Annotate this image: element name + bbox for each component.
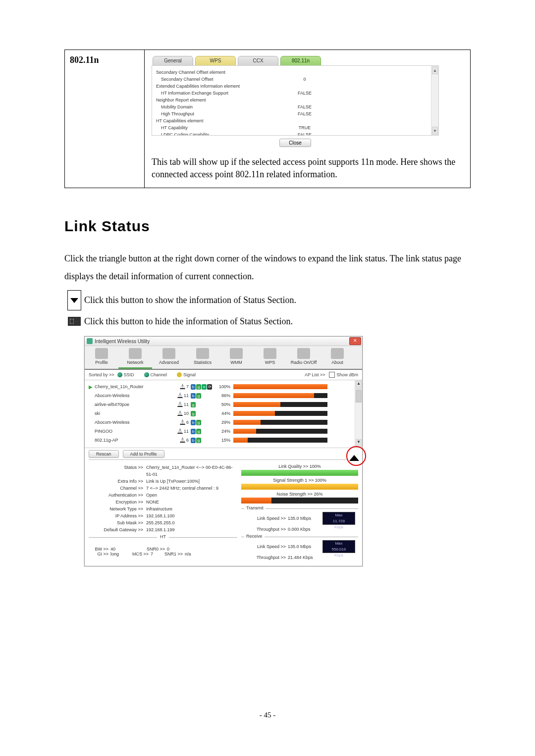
tab-ccx[interactable]: CCX	[238, 56, 278, 66]
scrollbar[interactable]: ▲ ▼	[355, 380, 362, 448]
close-button[interactable]: Close	[279, 139, 311, 147]
section-label: 802.11n	[65, 50, 145, 188]
status-row: Extra Info >>Link is Up [TxPower:100%]	[89, 478, 237, 485]
scrollbar[interactable]: ▲ ▼	[431, 66, 438, 135]
window-close-icon[interactable]: ✕	[349, 337, 361, 345]
info-row: Neighbor Report element	[156, 97, 434, 103]
info-row: LDPC Coding CapabilityFALSE	[156, 131, 434, 136]
sort-bar: Sorted by >> SSID Channel Signal AP List…	[85, 370, 362, 380]
info-row: HT Information Exchange SupportFALSE	[156, 90, 434, 97]
expand-down-icon	[64, 290, 84, 310]
ap-row[interactable]: ▶Cherry_test_11n_Router⏅7bgn⟳100%	[89, 382, 354, 391]
highlight-circle	[346, 446, 366, 466]
sort-channel[interactable]: Channel	[144, 372, 167, 377]
tab-radio-on-off[interactable]: Radio On/Off	[287, 346, 321, 369]
utility-window: Intelligent Wireless Utility ✕ ProfileNe…	[84, 336, 363, 566]
n-body: Secondary Channel Offset elementSecondar…	[152, 65, 439, 136]
info-row: Secondary Channel Offset element	[156, 69, 434, 76]
collapse-icon	[64, 317, 84, 326]
sorted-by-label: Sorted by >>	[89, 372, 114, 377]
page-footer: - 45 -	[0, 711, 535, 719]
status-row: Status >>Cherry_test_11n_Router <--> 00-…	[89, 464, 237, 478]
scroll-up-icon[interactable]: ▲	[432, 66, 438, 74]
status-row: IP Address >>192.168.1.100	[89, 512, 237, 519]
add-to-profile-button[interactable]: Add to Profile	[123, 450, 164, 458]
app-icon	[87, 338, 93, 344]
tab-80211n[interactable]: 802.11n	[280, 56, 321, 66]
tab-about[interactable]: About	[321, 346, 354, 369]
noise-strength-meter: Noise Strength >> 26%	[241, 492, 358, 504]
ap-row[interactable]: PINGOO⏅11bg24%	[89, 427, 354, 436]
section-80211n: 802.11n General WPS CCX 802.11n Secondar…	[64, 50, 471, 188]
status-row: Channel >>7 <--> 2442 MHz; central chann…	[89, 485, 237, 492]
ap-row[interactable]: Abocom-Wireless⏅6bg29%	[89, 418, 354, 427]
scroll-down-icon[interactable]: ▼	[432, 127, 438, 135]
bullet-show: Click this button to show the informatio…	[64, 290, 471, 310]
status-row: Sub Mask >>255.255.255.0	[89, 519, 237, 526]
status-panel: Status >>Cherry_test_11n_Router <--> 00-…	[85, 460, 362, 566]
button-bar: Rescan Add to Profile	[85, 448, 362, 460]
ap-row[interactable]: airlive-wl5470poe⏅11g50%	[89, 400, 354, 409]
link-quality-meter: Link Quality >> 100%	[241, 464, 358, 476]
n-tabs: General WPS CCX 802.11n	[152, 55, 439, 66]
tx-max-box: Max11.728Kbps	[322, 512, 355, 525]
sort-signal[interactable]: Signal	[177, 372, 196, 377]
show-dbm[interactable]: Show dBm	[329, 372, 358, 378]
info-row: Mobility DomainFALSE	[156, 103, 434, 110]
tab-general[interactable]: General	[153, 56, 193, 66]
ht-separator: HT	[89, 537, 237, 543]
tab-profile[interactable]: Profile	[85, 346, 118, 369]
ap-list-label: AP List >>	[305, 372, 325, 377]
info-row: HT CapabilityTRUE	[156, 124, 434, 131]
heading-link-status: Link Status	[64, 218, 471, 235]
tab-wps[interactable]: WPS	[195, 56, 236, 66]
status-row: Authentication >>Open	[89, 492, 237, 499]
signal-strength-meter: Signal Strength 1 >> 100%	[241, 478, 358, 490]
info-row: HT Capabilities element	[156, 117, 434, 124]
window-titlebar: Intelligent Wireless Utility ✕	[85, 337, 362, 346]
info-row: Extended Capabilities Information elemen…	[156, 83, 434, 90]
tab-advanced[interactable]: Advanced	[152, 346, 186, 369]
n-panel: General WPS CCX 802.11n Secondary Channe…	[152, 55, 439, 150]
receive-group: Receive Link Speed >>135.0 Mbps Max550.0…	[241, 537, 358, 560]
status-row: Network Type >>Infrastructure	[89, 505, 237, 512]
info-row: High ThroughputFALSE	[156, 110, 434, 117]
info-row: Secondary Channel Offset0	[156, 76, 434, 83]
intro-text: Click the triangle button at the right d…	[64, 250, 471, 285]
n-description: This tab will show up if the selected ac…	[152, 156, 463, 181]
tab-statistics[interactable]: Statistics	[186, 346, 219, 369]
scroll-up-icon[interactable]: ▲	[356, 381, 362, 389]
transmit-group: Transmit Link Speed >>135.0 Mbps Max11.7…	[241, 508, 358, 532]
ap-row[interactable]: ski⏅10g44%	[89, 409, 354, 418]
tab-network[interactable]: Network	[118, 346, 152, 369]
main-tabs: ProfileNetworkAdvancedStatisticsWMMWPSRa…	[85, 346, 362, 370]
rescan-button[interactable]: Rescan	[89, 450, 119, 458]
tab-wmm[interactable]: WMM	[219, 346, 253, 369]
bullet-hide: Click this button to hide the informatio…	[64, 313, 471, 329]
window-title: Intelligent Wireless Utility	[95, 339, 150, 344]
status-row: Encryption >>NONE	[89, 499, 237, 505]
tab-wps[interactable]: WPS	[253, 346, 287, 369]
ap-row[interactable]: Abocom-Wireless⏅11bg86%	[89, 391, 354, 400]
status-row: Default Gateway >>192.168.1.199	[89, 526, 237, 533]
sort-ssid[interactable]: SSID	[117, 372, 134, 377]
ap-row[interactable]: 802.11g-AP⏅6bg15%	[89, 436, 354, 445]
rx-max-box: Max550.016Kbps	[322, 540, 355, 553]
ap-list: ▶Cherry_test_11n_Router⏅7bgn⟳100%Abocom-…	[85, 380, 362, 448]
